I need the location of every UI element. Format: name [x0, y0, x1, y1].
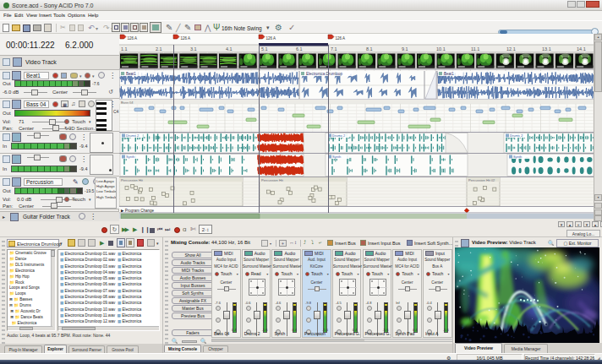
svg-text:7.1: 7.1 [331, 46, 337, 52]
svg-text:1.1: 1.1 [121, 46, 128, 52]
svg-text:Beat1: Beat1 [444, 72, 454, 76]
svg-text:126 A: 126 A [128, 36, 138, 41]
svg-text:126 A: 126 A [181, 36, 191, 41]
svg-text:11.1: 11.1 [471, 46, 479, 52]
svg-text:Electronica Drumloop: Electronica Drumloop [306, 72, 343, 76]
svg-text:Synth: Synth [126, 155, 134, 159]
svg-text:3.1: 3.1 [190, 46, 197, 52]
svg-text:4.1: 4.1 [226, 46, 233, 52]
svg-text:126 A: 126 A [266, 36, 276, 41]
svg-text:13.1: 13.1 [542, 46, 551, 52]
svg-text:12.1: 12.1 [506, 46, 516, 52]
svg-text:Drums 2: Drums 2 [332, 133, 346, 138]
svg-text:Drums 2: Drums 2 [126, 133, 140, 138]
svg-text:Beat1: Beat1 [126, 72, 136, 76]
svg-text:126 A: 126 A [336, 36, 346, 41]
svg-text:6.1: 6.1 [296, 46, 303, 52]
svg-text:14.1: 14.1 [577, 46, 586, 52]
svg-text:Drums 2: Drums 2 [510, 133, 523, 138]
svg-text:Synth: Synth [332, 155, 341, 159]
svg-text:2.1: 2.1 [156, 46, 162, 52]
svg-text:5.1: 5.1 [261, 46, 268, 52]
svg-text:10.1: 10.1 [436, 46, 446, 52]
svg-text:Synth: Synth [513, 155, 522, 159]
svg-text:▶ Program Change: ▶ Program Change [121, 209, 154, 213]
svg-text:8.1: 8.1 [366, 46, 373, 52]
svg-text:9.1: 9.1 [402, 46, 408, 52]
